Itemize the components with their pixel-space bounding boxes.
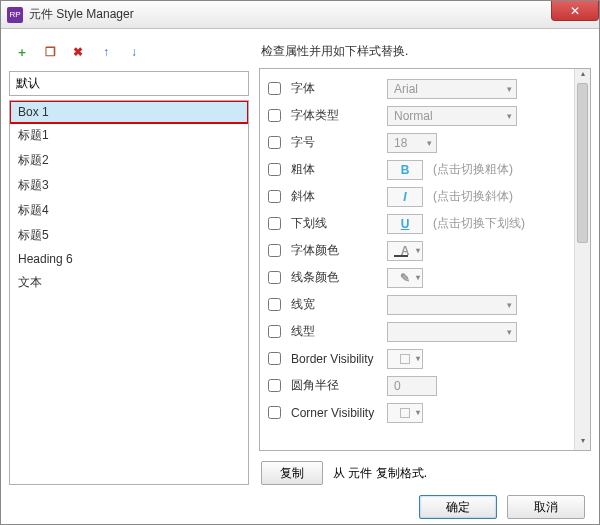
style-list-item[interactable]: 标题1 (10, 123, 248, 148)
dropdown-line-width[interactable]: ▾ (387, 295, 517, 315)
checkbox-italic[interactable] (268, 190, 281, 203)
chevron-down-icon: ▾ (416, 273, 420, 282)
square-icon (400, 354, 410, 364)
checkbox-line-style[interactable] (268, 325, 281, 338)
close-icon: ✕ (570, 4, 580, 18)
toggle-italic[interactable]: I (387, 187, 423, 207)
picker-corner-visibility[interactable]: ▾ (387, 403, 423, 423)
chevron-down-icon: ▾ (507, 84, 512, 94)
checkbox-font-color[interactable] (268, 244, 281, 257)
ok-button[interactable]: 确定 (419, 495, 497, 519)
label-corner-visibility: Corner Visibility (291, 406, 383, 420)
properties-header: 检查属性并用如下样式替换. (259, 39, 591, 68)
style-toolbar: ＋ ❐ ✖ ↑ ↓ (9, 39, 249, 65)
scroll-down-icon[interactable]: ▾ (575, 436, 590, 450)
hint-bold: (点击切换粗体) (433, 161, 513, 178)
hint-underline: (点击切换下划线) (433, 215, 525, 232)
checkbox-bold[interactable] (268, 163, 281, 176)
dropdown-font-style[interactable]: Normal▾ (387, 106, 517, 126)
dropdown-font-size[interactable]: 18▾ (387, 133, 437, 153)
label-font: 字体 (291, 80, 383, 97)
delete-icon[interactable]: ✖ (71, 45, 85, 59)
label-corner-radius: 圆角半径 (291, 377, 383, 394)
copy-hint: 从 元件 复制格式. (333, 465, 427, 482)
style-list[interactable]: Box 1标题1标题2标题3标题4标题5Heading 6文本 (9, 100, 249, 485)
label-font-color: 字体颜色 (291, 242, 383, 259)
label-underline: 下划线 (291, 215, 383, 232)
label-line-color: 线条颜色 (291, 269, 383, 286)
label-font-size: 字号 (291, 134, 383, 151)
checkbox-underline[interactable] (268, 217, 281, 230)
cancel-button[interactable]: 取消 (507, 495, 585, 519)
chevron-down-icon: ▾ (416, 354, 420, 363)
properties-panel: 字体 Arial▾ 字体类型 Normal▾ 字号 18▾ 粗体 B (点击切换… (259, 68, 591, 451)
move-down-icon[interactable]: ↓ (127, 45, 141, 59)
chevron-down-icon: ▾ (507, 300, 512, 310)
picker-border-visibility[interactable]: ▾ (387, 349, 423, 369)
label-border-visibility: Border Visibility (291, 352, 383, 366)
move-up-icon[interactable]: ↑ (99, 45, 113, 59)
scrollbar[interactable]: ▴ ▾ (574, 69, 590, 450)
picker-font-color[interactable]: A▾ (387, 241, 423, 261)
label-font-style: 字体类型 (291, 107, 383, 124)
input-corner-radius[interactable]: 0 (387, 376, 437, 396)
scrollbar-thumb[interactable] (577, 83, 588, 243)
picker-line-color[interactable]: ✎▾ (387, 268, 423, 288)
style-list-item[interactable]: Box 1 (10, 101, 248, 123)
pencil-icon: ✎ (400, 271, 410, 285)
style-list-item[interactable]: 文本 (10, 270, 248, 295)
copy-icon[interactable]: ❐ (43, 45, 57, 59)
add-icon[interactable]: ＋ (15, 45, 29, 59)
filter-input[interactable]: 默认 (9, 71, 249, 96)
window-title: 元件 Style Manager (29, 6, 134, 23)
chevron-down-icon: ▾ (507, 111, 512, 121)
copy-button[interactable]: 复制 (261, 461, 323, 485)
style-list-item[interactable]: 标题5 (10, 223, 248, 248)
checkbox-border-visibility[interactable] (268, 352, 281, 365)
checkbox-corner-visibility[interactable] (268, 406, 281, 419)
scroll-up-icon[interactable]: ▴ (575, 69, 590, 83)
style-list-item[interactable]: 标题3 (10, 173, 248, 198)
label-line-width: 线宽 (291, 296, 383, 313)
label-italic: 斜体 (291, 188, 383, 205)
square-icon (400, 408, 410, 418)
app-icon: RP (7, 7, 23, 23)
checkbox-font-size[interactable] (268, 136, 281, 149)
checkbox-font[interactable] (268, 82, 281, 95)
hint-italic: (点击切换斜体) (433, 188, 513, 205)
checkbox-font-style[interactable] (268, 109, 281, 122)
toggle-bold[interactable]: B (387, 160, 423, 180)
label-bold: 粗体 (291, 161, 383, 178)
style-list-item[interactable]: 标题2 (10, 148, 248, 173)
style-list-item[interactable]: 标题4 (10, 198, 248, 223)
checkbox-corner-radius[interactable] (268, 379, 281, 392)
dropdown-font[interactable]: Arial▾ (387, 79, 517, 99)
dropdown-line-style[interactable]: ▾ (387, 322, 517, 342)
chevron-down-icon: ▾ (416, 408, 420, 417)
chevron-down-icon: ▾ (427, 138, 432, 148)
checkbox-line-color[interactable] (268, 271, 281, 284)
close-button[interactable]: ✕ (551, 1, 599, 21)
chevron-down-icon: ▾ (507, 327, 512, 337)
style-list-item[interactable]: Heading 6 (10, 248, 248, 270)
toggle-underline[interactable]: U (387, 214, 423, 234)
checkbox-line-width[interactable] (268, 298, 281, 311)
label-line-style: 线型 (291, 323, 383, 340)
chevron-down-icon: ▾ (416, 246, 420, 255)
